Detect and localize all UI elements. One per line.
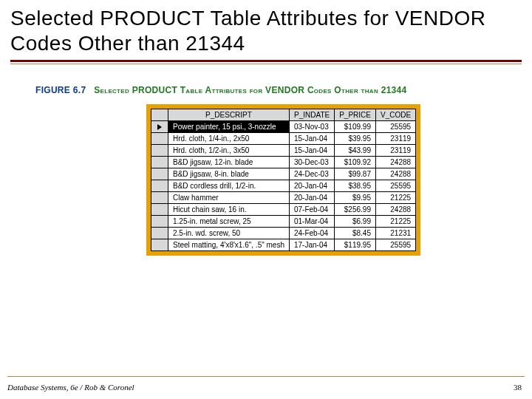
cell-indate[interactable]: 07-Feb-04 [290, 204, 335, 216]
cell-descript[interactable]: 1.25-in. metal screw, 25 [168, 216, 290, 228]
cell-indate[interactable]: 15-Jan-04 [290, 133, 335, 145]
cell-price[interactable]: $39.95 [335, 133, 376, 145]
row-marker[interactable] [151, 133, 168, 145]
footer-rule [7, 376, 525, 377]
table-row[interactable]: Power painter, 15 psi., 3-nozzle03-Nov-0… [151, 121, 416, 133]
cell-price[interactable]: $119.95 [335, 239, 376, 251]
cell-vcode[interactable]: 23119 [375, 133, 415, 145]
cell-price[interactable]: $109.92 [335, 157, 376, 168]
row-marker[interactable] [151, 145, 168, 157]
table-row[interactable]: B&D jigsaw, 12-in. blade30-Dec-03$109.92… [151, 157, 416, 168]
cell-vcode[interactable]: 25595 [375, 121, 415, 133]
col-header-vcode: V_CODE [375, 109, 415, 121]
cell-descript[interactable]: B&D jigsaw, 12-in. blade [168, 157, 290, 168]
cell-indate[interactable]: 30-Dec-03 [290, 157, 335, 168]
col-header-price: P_PRICE [335, 109, 376, 121]
col-header-descript: P_DESCRIPT [168, 109, 290, 121]
row-marker-header [151, 109, 168, 121]
cell-descript[interactable]: Hicut chain saw, 16 in. [168, 204, 290, 216]
table-row[interactable]: Hicut chain saw, 16 in.07-Feb-04$256.992… [151, 204, 416, 216]
row-marker[interactable] [151, 228, 168, 239]
cell-price[interactable]: $99.87 [335, 168, 376, 180]
cell-descript[interactable]: Steel matting, 4'x8'x1.6", .5" mesh [168, 239, 290, 251]
row-marker[interactable] [151, 204, 168, 216]
row-marker[interactable] [151, 216, 168, 228]
row-marker[interactable] [151, 121, 168, 133]
data-grid: P_DESCRIPT P_INDATE P_PRICE V_CODE Power… [151, 109, 416, 251]
table-row[interactable]: B&D cordless drill, 1/2-in.20-Jan-04$38.… [151, 180, 416, 192]
cell-price[interactable]: $43.99 [335, 145, 376, 157]
cell-vcode[interactable]: 25595 [375, 180, 415, 192]
cell-vcode[interactable]: 25595 [375, 239, 415, 251]
row-marker[interactable] [151, 157, 168, 168]
cell-price[interactable]: $38.95 [335, 180, 376, 192]
title-rule [10, 60, 522, 64]
cell-descript[interactable]: Hrd. cloth, 1/4-in., 2x50 [168, 133, 290, 145]
cell-price[interactable]: $6.99 [335, 216, 376, 228]
current-row-icon [157, 123, 163, 131]
col-header-indate: P_INDATE [290, 109, 335, 121]
table-row[interactable]: 1.25-in. metal screw, 2501-Mar-04$6.9921… [151, 216, 416, 228]
cell-descript[interactable]: Power painter, 15 psi., 3-nozzle [168, 121, 290, 133]
figure-caption: Selected PRODUCT Table Attributes for VE… [94, 85, 406, 95]
cell-indate[interactable]: 20-Jan-04 [290, 192, 335, 204]
cell-indate[interactable]: 01-Mar-04 [290, 216, 335, 228]
cell-vcode[interactable]: 24288 [375, 168, 415, 180]
cell-price[interactable]: $8.45 [335, 228, 376, 239]
table-row[interactable]: Hrd. cloth, 1/4-in., 2x5015-Jan-04$39.95… [151, 133, 416, 145]
table-row[interactable]: Steel matting, 4'x8'x1.6", .5" mesh17-Ja… [151, 239, 416, 251]
cell-indate[interactable]: 03-Nov-03 [290, 121, 335, 133]
cell-vcode[interactable]: 23119 [375, 145, 415, 157]
row-marker[interactable] [151, 168, 168, 180]
cell-vcode[interactable]: 24288 [375, 157, 415, 168]
table-row[interactable]: Claw hammer20-Jan-04$9.9521225 [151, 192, 416, 204]
table-row[interactable]: B&D jigsaw, 8-in. blade24-Dec-03$99.8724… [151, 168, 416, 180]
cell-descript[interactable]: B&D cordless drill, 1/2-in. [168, 180, 290, 192]
cell-descript[interactable]: 2.5-in. wd. screw, 50 [168, 228, 290, 239]
footer-citation: Database Systems, 6e / Rob & Coronel [7, 383, 134, 392]
table-row[interactable]: Hrd. cloth, 1/2-in., 3x5015-Jan-04$43.99… [151, 145, 416, 157]
cell-vcode[interactable]: 21225 [375, 192, 415, 204]
slide-title: Selected PRODUCT Table Attributes for VE… [0, 0, 532, 58]
cell-descript[interactable]: Claw hammer [168, 192, 290, 204]
cell-vcode[interactable]: 21225 [375, 216, 415, 228]
page-number: 38 [514, 383, 522, 392]
svg-marker-0 [157, 124, 162, 130]
cell-vcode[interactable]: 24288 [375, 204, 415, 216]
row-marker[interactable] [151, 192, 168, 204]
row-marker[interactable] [151, 180, 168, 192]
cell-descript[interactable]: Hrd. cloth, 1/2-in., 3x50 [168, 145, 290, 157]
cell-indate[interactable]: 24-Feb-04 [290, 228, 335, 239]
cell-indate[interactable]: 15-Jan-04 [290, 145, 335, 157]
cell-indate[interactable]: 17-Jan-04 [290, 239, 335, 251]
cell-vcode[interactable]: 21231 [375, 228, 415, 239]
figure-number: FIGURE 6.7 [35, 85, 86, 95]
figure-label: FIGURE 6.7 Selected PRODUCT Table Attrib… [35, 85, 532, 95]
cell-price[interactable]: $109.99 [335, 121, 376, 133]
row-marker[interactable] [151, 239, 168, 251]
cell-descript[interactable]: B&D jigsaw, 8-in. blade [168, 168, 290, 180]
cell-indate[interactable]: 24-Dec-03 [290, 168, 335, 180]
cell-price[interactable]: $9.95 [335, 192, 376, 204]
cell-price[interactable]: $256.99 [335, 204, 376, 216]
cell-indate[interactable]: 20-Jan-04 [290, 180, 335, 192]
data-grid-frame: P_DESCRIPT P_INDATE P_PRICE V_CODE Power… [146, 104, 420, 256]
table-row[interactable]: 2.5-in. wd. screw, 5024-Feb-04$8.4521231 [151, 228, 416, 239]
